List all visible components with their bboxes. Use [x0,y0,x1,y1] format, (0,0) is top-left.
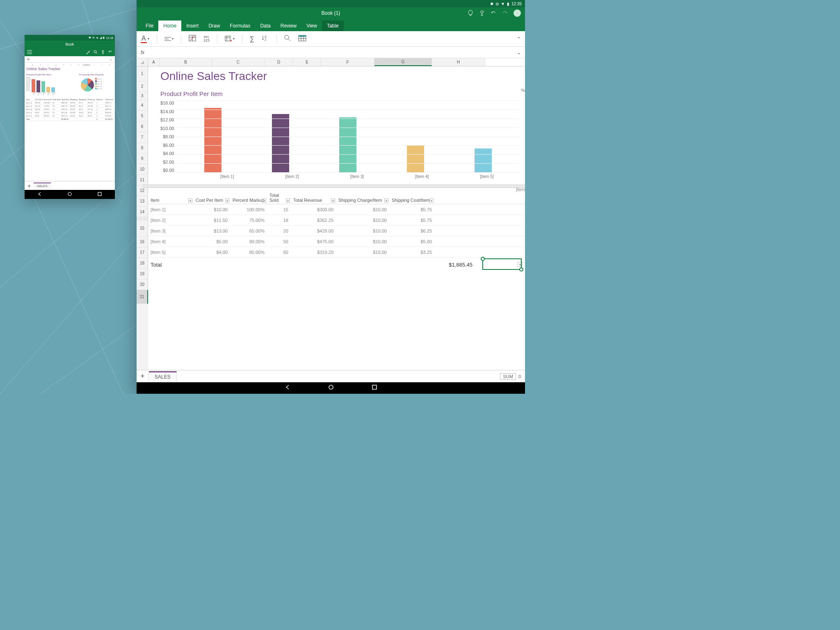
row-header-8[interactable]: 8 [137,143,148,153]
table-cell[interactable]: [Item 2] [148,218,193,223]
ribbon-tab-view[interactable]: View [301,21,322,31]
col-header-C[interactable]: C [212,58,265,66]
table-cell[interactable]: 90.00% [230,239,267,244]
table-cell[interactable]: 80.00% [230,250,267,255]
table-cell[interactable]: $10.00 [336,218,389,223]
table-cell[interactable]: $10.00 [193,207,230,212]
table-header[interactable]: Total Sold▾ [267,192,291,204]
ribbon-tab-draw[interactable]: Draw [203,21,225,31]
table-cell[interactable]: $5.75 [389,218,434,223]
row-header-16[interactable]: 16 [137,237,148,247]
row-header-9[interactable]: 9 [137,153,148,164]
format-table-button[interactable] [298,35,306,43]
home-icon[interactable] [67,191,72,198]
table-cell[interactable]: $475.00 [291,239,336,244]
ribbon-tab-file[interactable]: File [141,21,158,31]
table-cell[interactable]: 60 [267,250,291,255]
undo-icon[interactable] [491,10,496,16]
table-cell[interactable]: $300.00 [291,207,336,212]
table-cell[interactable]: 15 [267,207,291,212]
expand-icon[interactable]: ⌄ [110,57,112,61]
share-icon[interactable] [101,50,105,54]
table-cell[interactable]: 20 [267,228,291,233]
align-button[interactable]: ▾ [164,37,173,41]
ribbon-tab-table[interactable]: Table [322,21,344,31]
row-header-17[interactable]: 17 [137,247,148,258]
table-header[interactable]: Item▾ [148,196,193,204]
col-header-F[interactable]: F [321,58,374,66]
share-icon[interactable] [479,10,485,16]
row-header-3[interactable]: 3 [137,92,148,100]
row-header-20[interactable]: 20 [137,279,148,290]
sheet-tab-sales[interactable]: SALES [34,183,51,189]
grid[interactable]: 123456789101112131415161718192021 Online… [137,66,525,370]
table-cell[interactable]: $3.25 [389,250,434,255]
sheet-content[interactable]: Online Sales Tracker Product Profit Per … [148,66,525,370]
recents-icon[interactable] [97,191,102,198]
col-header-G[interactable]: G [374,58,432,66]
total-dropdown[interactable]: ▾ [518,262,523,267]
menu-icon[interactable] [27,50,32,54]
col-header-E[interactable]: E [293,58,321,66]
data-table[interactable]: Item▾Cost Per Item▾Percent Markup▾Total … [148,188,525,272]
row-header-13[interactable]: 13 [137,196,148,207]
add-sheet-button[interactable]: + [137,372,149,381]
table-cell[interactable]: $5.75 [389,207,434,212]
row-header-2[interactable]: 2 [137,81,148,92]
table-cell[interactable]: $5.00 [193,239,230,244]
table-cell[interactable]: $10.00 [336,228,389,233]
find-button[interactable] [284,35,291,43]
table-cell[interactable]: $362.25 [291,218,336,223]
filter-dropdown[interactable]: ▾ [286,199,290,203]
row-header-11[interactable]: 11 [137,175,148,185]
add-sheet-button[interactable]: + [25,183,34,189]
row-headers[interactable]: 123456789101112131415161718192021 [137,66,148,370]
row-header-6[interactable]: 6 [137,121,148,132]
table-header[interactable]: Shipping Charge/Item▾ [336,196,389,204]
filter-dropdown[interactable]: ▾ [225,199,229,203]
home-icon[interactable] [328,384,334,392]
insert-delete-button[interactable]: ▾ [225,36,235,42]
table-cell[interactable]: $10.00 [336,207,389,212]
number-format-button[interactable]: abc123 [203,35,210,42]
table-cell[interactable]: $4.00 [193,250,230,255]
table-cell[interactable]: $319.20 [291,250,336,255]
table-cell[interactable]: $429.00 [291,228,336,233]
table-cell[interactable]: [Item 3] [148,228,193,233]
avatar[interactable] [514,9,521,17]
table-header[interactable]: Percent Markup▾ [230,196,267,204]
collapse-ribbon-icon[interactable]: ⌃ [517,36,521,42]
lightbulb-icon[interactable] [468,10,473,16]
filter-dropdown[interactable]: ▾ [384,199,388,203]
ribbon-tab-insert[interactable]: Insert [181,21,203,31]
table-cell[interactable]: 50 [267,239,291,244]
table-cell[interactable]: $6.25 [389,228,434,233]
table-row[interactable]: [Item 4]$5.0090.00%50$475.00$10.00$5.00 [148,236,525,247]
search-icon[interactable] [94,50,98,54]
row-header-15[interactable]: 15 [137,220,148,237]
ribbon-tab-home[interactable]: Home [158,21,181,31]
table-cell[interactable]: 18 [267,218,291,223]
status-agg-label[interactable]: SUM [500,373,516,380]
autosum-button[interactable]: ∑ [250,35,254,43]
select-all-corner[interactable] [137,58,148,66]
row-header-7[interactable]: 7 [137,132,148,143]
table-cell[interactable]: [Item 4] [148,239,193,244]
table-cell[interactable]: $13.00 [193,228,230,233]
col-header-H[interactable]: H [432,58,485,66]
ribbon-tab-review[interactable]: Review [276,21,301,31]
font-button[interactable]: A ▾ [141,35,149,43]
table-cell[interactable]: $5.00 [389,239,434,244]
row-header-4[interactable]: 4 [137,100,148,111]
sheet-tab-sales[interactable]: SALES [149,371,177,381]
table-cell[interactable]: [Item 1] [148,207,193,212]
table-row[interactable]: [Item 3]$13.0065.00%20$429.00$10.00$6.25 [148,226,525,236]
filter-dropdown[interactable]: ▾ [331,199,335,203]
ribbon-tab-formulas[interactable]: Formulas [225,21,255,31]
table-cell[interactable]: 65.00% [230,228,267,233]
col-header-D[interactable]: D [265,58,293,66]
row-header-5[interactable]: 5 [137,111,148,121]
table-row[interactable]: [Item 2]$11.5075.00%18$362.25$10.00$5.75 [148,215,525,226]
filter-dropdown[interactable]: ▾ [188,199,192,203]
draw-icon[interactable] [86,50,90,54]
